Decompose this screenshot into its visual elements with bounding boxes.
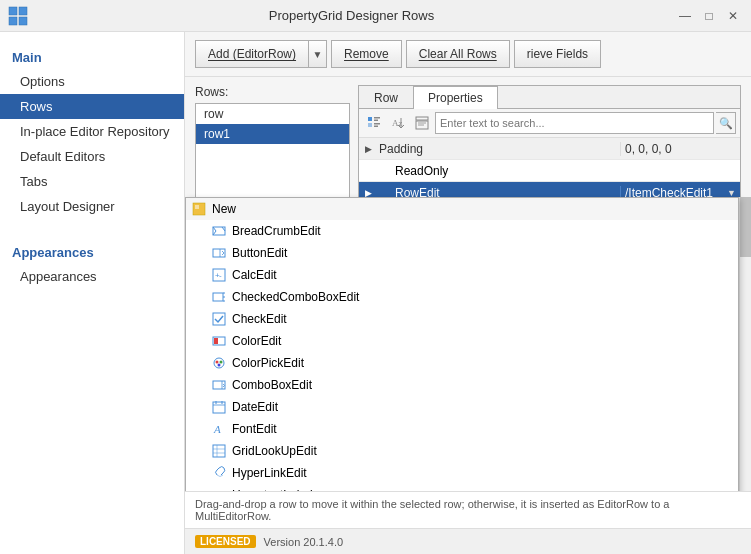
dropdown-item-breadcrumbedit[interactable]: BreadCrumbEdit [358, 220, 738, 242]
dropdown-item-colorpickedit[interactable]: ColorPickEdit [358, 352, 738, 374]
main-toolbar: Add (EditorRow) ▼ Remove Clear All Rows … [185, 32, 751, 77]
prop-name-padding: Padding [377, 142, 620, 156]
window-title: PropertyGrid Designer Rows [28, 8, 675, 23]
svg-rect-2 [9, 17, 17, 25]
property-toolbar: Az 🔍 [359, 109, 740, 138]
prop-row-padding[interactable]: ▶ Padding 0, 0, 0, 0 [359, 138, 740, 160]
svg-rect-9 [374, 126, 378, 128]
dropdown-item-checkedcomboboxedit[interactable]: CheckedComboBoxEdit [358, 286, 738, 308]
dropdown-item-comboboxedit[interactable]: ComboBoxEdit [358, 374, 738, 396]
svg-rect-0 [9, 7, 17, 15]
alphabetical-button[interactable]: Az [387, 113, 409, 133]
version-label: Version 20.1.4.0 [264, 536, 344, 548]
scrollbar-thumb[interactable] [740, 197, 741, 257]
svg-rect-1 [19, 7, 27, 15]
description-button[interactable] [411, 113, 433, 133]
list-item[interactable]: row [196, 104, 349, 124]
work-area: Rows: row row1 Row Gets or sets the edit… [185, 77, 751, 491]
sidebar-item-tabs[interactable]: Tabs [0, 169, 184, 194]
dropdown-item-hyperlinkedit[interactable]: HyperLinkEdit [358, 462, 738, 483]
add-dropdown-button[interactable]: ▼ [309, 40, 327, 68]
licensed-badge: LICENSED [195, 535, 256, 548]
dropdown-item-checkedit[interactable]: CheckEdit [358, 308, 738, 330]
dropdown-item-coloredit[interactable]: ColorEdit [358, 330, 738, 352]
categorize-button[interactable] [363, 113, 385, 133]
window-controls: — □ ✕ [675, 6, 743, 26]
sidebar-item-inplace[interactable]: In-place Editor Repository [0, 119, 184, 144]
sidebar-section-main: Main [0, 42, 184, 69]
sidebar: Main Options Rows In-place Editor Reposi… [0, 32, 185, 554]
dropdown-arrow-icon[interactable]: ▼ [727, 188, 736, 198]
dropdown-item-calcedit[interactable]: +- CalcEdit [358, 264, 738, 286]
list-item[interactable]: row1 [196, 124, 349, 144]
dropdown-overlay: New BreadCrumbEdit [358, 197, 739, 483]
svg-rect-7 [368, 123, 372, 127]
sidebar-item-layout[interactable]: Layout Designer [0, 194, 184, 219]
minimize-button[interactable]: — [675, 6, 695, 26]
svg-rect-6 [374, 120, 378, 122]
svg-rect-5 [374, 117, 380, 119]
close-button[interactable]: ✕ [723, 6, 743, 26]
scrollbar[interactable] [739, 197, 741, 483]
remove-button[interactable]: Remove [331, 40, 402, 68]
add-button[interactable]: Add (EditorRow) [195, 40, 309, 68]
tab-row[interactable]: Row [359, 86, 413, 109]
search-icon[interactable]: 🔍 [716, 112, 736, 134]
sidebar-item-appearances[interactable]: Appearances [0, 264, 184, 289]
add-button-group: Add (EditorRow) ▼ [195, 40, 327, 68]
tab-properties[interactable]: Properties [413, 86, 498, 109]
prop-value-padding[interactable]: 0, 0, 0, 0 [620, 142, 740, 156]
maximize-button[interactable]: □ [699, 6, 719, 26]
prop-row-readonly[interactable]: ReadOnly [359, 160, 740, 182]
status-bar: LICENSED Version 20.1.4.0 [185, 528, 751, 554]
retrieve-fields-button[interactable]: rieve Fields [514, 40, 601, 68]
properties-panel: Row Properties [358, 85, 741, 483]
dropdown-item-dateedit[interactable]: DateEdit [358, 396, 738, 418]
expand-rowedit[interactable]: ▶ [359, 188, 377, 198]
dropdown-item-new[interactable]: New [358, 198, 738, 220]
svg-rect-12 [416, 117, 428, 120]
app-icon [8, 6, 28, 26]
sidebar-item-options[interactable]: Options [0, 69, 184, 94]
sidebar-item-rows[interactable]: Rows [0, 94, 184, 119]
sidebar-item-default-editors[interactable]: Default Editors [0, 144, 184, 169]
svg-rect-3 [19, 17, 27, 25]
bottom-info: Drag-and-drop a row to move it within th… [185, 491, 751, 528]
title-bar: PropertyGrid Designer Rows — □ ✕ [0, 0, 751, 32]
svg-rect-8 [374, 123, 380, 125]
tabs-bar: Row Properties [359, 86, 740, 109]
dropdown-item-gridlookupedit[interactable]: GridLookUpEdit [358, 440, 738, 462]
sidebar-section-appearances: Appearances [0, 237, 184, 264]
property-search-input[interactable] [435, 112, 714, 134]
clear-rows-button[interactable]: Clear All Rows [406, 40, 510, 68]
rows-label: Rows: [195, 85, 350, 99]
svg-rect-4 [368, 117, 372, 121]
prop-name-readonly: ReadOnly [377, 164, 620, 178]
dropdown-item-buttonedit[interactable]: ButtonEdit [358, 242, 738, 264]
expand-padding[interactable]: ▶ [359, 144, 377, 154]
dropdown-item-fontedit[interactable]: A FontEdit [358, 418, 738, 440]
